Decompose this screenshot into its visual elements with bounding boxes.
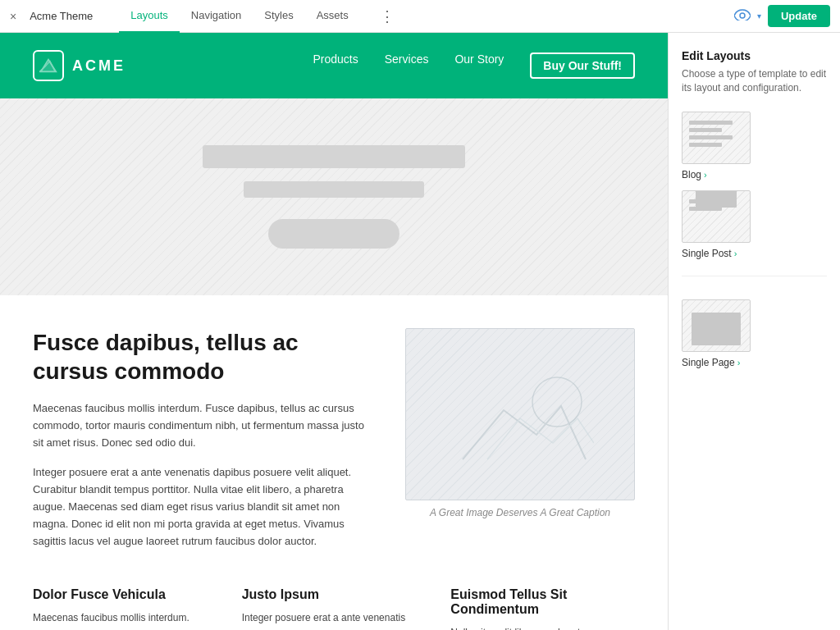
col-1-heading: Dolor Fusce Vehicula [33, 587, 217, 602]
top-bar-right: ▾ Update [734, 5, 830, 27]
hero-section [0, 98, 668, 295]
panel-divider [682, 276, 827, 276]
layout-card-blog[interactable]: Blog › [682, 112, 751, 180]
layout-thumb-single-page [682, 299, 751, 352]
layout-label-single-page: Single Page › [682, 357, 740, 368]
preview-nav-links: Products Services Our Story Buy Our Stuf… [313, 52, 636, 79]
hero-placeholder-button [268, 219, 399, 249]
layout-label-single-post: Single Post › [682, 248, 737, 259]
nav-link-cta[interactable]: Buy Our Stuff! [530, 52, 635, 79]
blog-arrow-icon: › [704, 170, 707, 180]
update-button[interactable]: Update [768, 5, 830, 27]
image-caption: A Great Image Deserves A Great Caption [405, 507, 635, 518]
layout-row-2: Single Page › [682, 299, 827, 368]
preview-chevron-icon[interactable]: ▾ [757, 11, 761, 21]
tab-navigation[interactable]: Navigation [180, 0, 253, 33]
content-body-2: Integer posuere erat a ante venenatis da… [33, 464, 372, 550]
content-left: Fusce dapibus, tellus ac cursus commodo … [33, 328, 372, 563]
layout-label-blog: Blog › [682, 169, 707, 180]
right-panel: Edit Layouts Choose a type of template t… [668, 33, 840, 630]
layout-thumb-single-post [682, 190, 751, 243]
hero-placeholder-subtitle [244, 181, 424, 198]
theme-name: Acme Theme [30, 10, 93, 22]
layout-options: Blog › Single Post › [682, 112, 827, 368]
single-page-arrow-icon: › [737, 358, 741, 368]
content-body-1: Maecenas faucibus mollis interdum. Fusce… [33, 400, 372, 451]
panel-title: Edit Layouts [682, 49, 827, 62]
content-section: Fusce dapibus, tellus ac cursus commodo … [0, 295, 668, 587]
preview-pane: ACME Products Services Our Story Buy Our… [0, 33, 668, 630]
panel-description: Choose a type of template to edit its la… [682, 67, 827, 95]
preview-eye-icon[interactable] [734, 9, 751, 24]
top-tabs: Layouts Navigation Styles Assets [119, 0, 359, 33]
more-options-icon[interactable]: ⋮ [373, 0, 401, 33]
close-icon[interactable]: × [10, 10, 16, 23]
svg-point-0 [740, 13, 745, 18]
tab-assets[interactable]: Assets [305, 0, 360, 33]
content-right: A Great Image Deserves A Great Caption [405, 328, 635, 563]
nav-link-our-story[interactable]: Our Story [454, 52, 504, 79]
tab-styles[interactable]: Styles [253, 0, 304, 33]
column-1: Dolor Fusce Vehicula Maecenas faucibus m… [33, 587, 217, 630]
nav-link-products[interactable]: Products [313, 52, 358, 79]
content-heading: Fusce dapibus, tellus ac cursus commodo [33, 328, 372, 386]
preview-logo: ACME [33, 50, 126, 81]
col-1-body: Maecenas faucibus mollis interdum. Fusce… [33, 610, 217, 630]
col-2-body: Integer posuere erat a ante venenatis da… [242, 610, 427, 630]
svg-point-3 [532, 377, 582, 427]
preview-navbar: ACME Products Services Our Story Buy Our… [0, 33, 668, 98]
layout-row-1: Blog › Single Post › [682, 112, 827, 259]
tab-layouts[interactable]: Layouts [119, 0, 180, 33]
logo-text: ACME [72, 57, 126, 75]
col-3-heading: Euismod Tellus Sit Condimentum [450, 587, 635, 617]
column-2: Justo Ipsum Integer posuere erat a ante … [242, 587, 427, 630]
logo-icon [33, 50, 64, 81]
column-3: Euismod Tellus Sit Condimentum Nulla vit… [450, 587, 635, 630]
layout-thumb-blog [682, 112, 751, 164]
main-area: ACME Products Services Our Story Buy Our… [0, 33, 840, 630]
nav-link-services[interactable]: Services [385, 52, 429, 79]
col-3-body: Nulla vitae elit libero, a pharetra augu… [450, 625, 635, 630]
layout-card-single-post[interactable]: Single Post › [682, 190, 751, 259]
top-bar: × Acme Theme Layouts Navigation Styles A… [0, 0, 840, 33]
single-post-arrow-icon: › [734, 249, 737, 258]
hero-placeholder-title [203, 145, 465, 168]
layout-card-single-page[interactable]: Single Page › [682, 299, 751, 368]
content-image [405, 328, 635, 500]
three-columns: Dolor Fusce Vehicula Maecenas faucibus m… [0, 587, 668, 630]
col-2-heading: Justo Ipsum [242, 587, 427, 602]
